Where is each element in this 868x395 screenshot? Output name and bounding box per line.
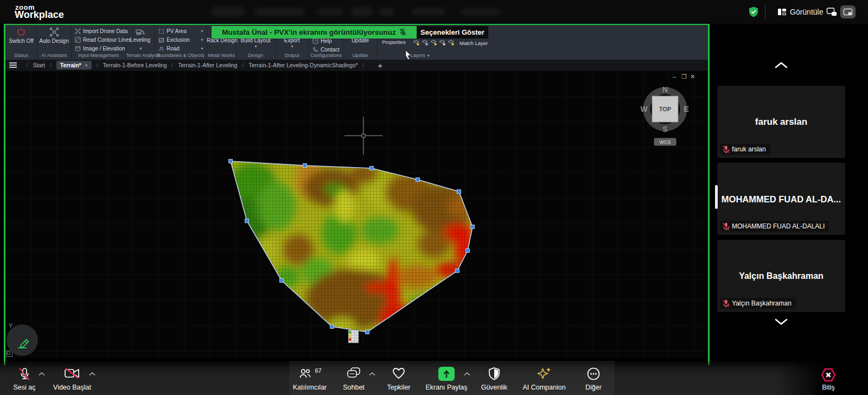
compass-west[interactable]: W xyxy=(640,105,648,113)
start-video-button[interactable]: Video Başlat xyxy=(40,367,105,391)
auto-design-icon xyxy=(49,27,59,37)
pv-area-icon xyxy=(158,29,164,34)
ribbon-group-terrain-analysis: Leveling ▼ Terrain Analysis xyxy=(126,25,155,60)
leveling-button[interactable]: Leveling xyxy=(126,27,155,43)
blurred-titlebar-item xyxy=(380,8,394,16)
zoom-header: zoom Workplace Görüntüle xyxy=(0,0,868,24)
group-label-metal-works: Metal Works xyxy=(207,53,236,58)
drawing-close-button[interactable]: ✕ xyxy=(690,74,695,80)
end-call-icon xyxy=(820,367,837,383)
blurred-titlebar-item xyxy=(461,9,499,15)
build-layout-caret[interactable]: ▼ xyxy=(254,44,258,48)
more-label: Diğer xyxy=(561,384,626,391)
heart-icon xyxy=(392,367,406,380)
ribbon-group-input-management: Import Drone Data Read Contour Lines xyxy=(71,25,126,60)
tab-terrain-active[interactable]: Terrain* × xyxy=(56,61,92,69)
compass-east[interactable]: E xyxy=(684,105,688,113)
auto-design-label: Auto Design xyxy=(39,38,68,44)
drawing-minimize-button[interactable]: – xyxy=(673,74,676,80)
power-icon xyxy=(16,27,26,37)
pv-area-caret[interactable]: ▼ xyxy=(200,29,204,33)
participant-badge-name: faruk arslan xyxy=(732,145,766,153)
compass-north[interactable]: N xyxy=(662,85,668,94)
group-label-boundaries: Boundaries & Objects xyxy=(155,53,207,58)
fullscreen-toggle-button[interactable] xyxy=(840,5,856,18)
camera-muted-icon xyxy=(64,367,80,380)
road-button[interactable]: Road xyxy=(158,45,180,52)
tab-terrain-1-after-leveling-dynamicshadings[interactable]: Terrain-1-After Leveling-DynamicShadings… xyxy=(248,62,358,68)
exclusion-label: Exclusion xyxy=(167,37,190,43)
image-elevation-button[interactable]: Image / Elevation xyxy=(75,45,125,52)
match-layer-button[interactable]: Match Layer xyxy=(459,40,488,46)
participant-name-badge: MOHAMMED FUAD AL-DALALI xyxy=(720,221,829,232)
switch-off-button[interactable]: Switch Off xyxy=(5,27,37,44)
blurred-titlebar-item xyxy=(255,8,304,16)
tab-separator xyxy=(97,62,98,68)
tab-terrain-1-after-leveling[interactable]: Terrain-1-After Leveling xyxy=(178,62,237,68)
export-caret[interactable]: ▼ xyxy=(290,44,294,48)
mic-muted-icon xyxy=(17,367,31,381)
switch-off-label: Switch Off xyxy=(9,38,33,44)
tab-close-icon[interactable]: × xyxy=(85,62,88,68)
video-options-chevron[interactable] xyxy=(88,372,96,377)
show-options-button[interactable]: Seçenekleri Göster xyxy=(417,26,488,39)
end-meeting-button[interactable]: Bitiş xyxy=(796,367,861,391)
panel-scrollbar-thumb[interactable] xyxy=(715,185,718,209)
terrain-heatmap: N S W E TOP WCS xyxy=(5,71,708,358)
more-button[interactable]: Diğer xyxy=(561,367,626,391)
leveling-label: Leveling xyxy=(130,37,150,43)
participants-icon xyxy=(298,367,313,381)
exclusion-caret[interactable]: ▼ xyxy=(200,38,204,42)
group-label-configurations: Configurations xyxy=(309,53,343,58)
annotate-button[interactable] xyxy=(7,324,38,356)
panel-collapse-chevron-up[interactable] xyxy=(774,61,788,69)
compass-south[interactable]: S xyxy=(662,125,667,133)
participant-display-name: faruk arslan xyxy=(719,117,843,128)
new-tab-button[interactable]: + xyxy=(378,61,382,70)
drone-icon xyxy=(75,28,81,34)
blurred-titlebar-item xyxy=(317,9,343,15)
panel-scroll-chevron-down[interactable] xyxy=(774,317,788,326)
crosshair-cursor xyxy=(344,117,382,155)
blurred-titlebar-item xyxy=(352,8,372,16)
tab-start[interactable]: Start xyxy=(33,62,45,68)
tab-terrain-label: Terrain* xyxy=(60,62,81,68)
participant-tile-3: Yalçın Başkahraman Yalçın Başkahraman xyxy=(717,240,845,312)
tab-terrain-1-before-leveling[interactable]: Terrain-1-Before Leveling xyxy=(103,62,167,68)
tab-separator xyxy=(363,62,365,68)
ribbon-group-status: Switch Off Status xyxy=(5,25,37,60)
hamburger-menu-icon[interactable] xyxy=(9,62,17,68)
import-drone-data-button[interactable]: Import Drone Data xyxy=(75,28,127,35)
layer-tools-icons[interactable] xyxy=(413,39,456,47)
end-meeting-label: Bitiş xyxy=(796,384,861,391)
auto-design-button[interactable]: Auto Design xyxy=(37,27,71,44)
mouse-cursor xyxy=(405,50,412,60)
blurred-titlebar-item xyxy=(212,8,244,16)
exclusion-button[interactable]: Exclusion xyxy=(158,36,190,43)
road-caret[interactable]: ▼ xyxy=(200,47,204,50)
share-frame-right xyxy=(708,24,710,365)
import-drone-data-label: Import Drone Data xyxy=(83,28,127,34)
view-button[interactable]: Görüntüle xyxy=(790,8,823,16)
participant-display-name: MOHAMMED FUAD AL-DA... xyxy=(719,194,843,204)
minimize-to-pip-icon[interactable] xyxy=(826,8,837,16)
group-label-input-management: Input Management xyxy=(71,53,126,58)
participant-badge-name: Yalçın Başkahraman xyxy=(732,300,792,307)
pencil-icon xyxy=(13,331,31,349)
read-contour-lines-label: Read Contour Lines xyxy=(83,37,131,43)
muted-mic-icon xyxy=(722,222,730,231)
cad-viewport[interactable]: N S W E TOP WCS xyxy=(5,71,708,358)
viewcube-top-label: TOP xyxy=(659,106,671,112)
leveling-dropdown-caret[interactable]: ▼ xyxy=(139,47,143,50)
read-contour-lines-button[interactable]: Read Contour Lines xyxy=(75,36,131,43)
pv-area-button[interactable]: PV Area xyxy=(158,28,187,35)
legend-mini-icon[interactable] xyxy=(348,330,359,343)
view-layout-icon[interactable] xyxy=(777,8,787,16)
ribbon-group-boundaries: PV Area ▼ Exclusion ▼ xyxy=(155,25,207,60)
zoom-meeting-window: zoom Workplace Görüntüle xyxy=(0,0,868,395)
view-compass[interactable]: N S W E TOP xyxy=(640,85,688,133)
drawing-restore-button[interactable]: ❐ xyxy=(681,74,687,80)
shared-screen-content: Switch Off Status Auto Design xyxy=(5,25,708,358)
chat-icon xyxy=(346,367,361,380)
participant-badge-name: MOHAMMED FUAD AL-DALALI xyxy=(732,222,825,230)
